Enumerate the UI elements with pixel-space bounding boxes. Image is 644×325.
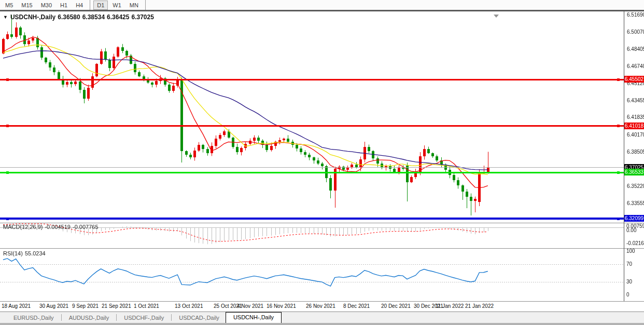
date-label: 9 Sep 2021 bbox=[72, 303, 99, 309]
rsi-value: 55.0234 bbox=[25, 250, 46, 256]
date-label: 13 Oct 2021 bbox=[175, 303, 203, 309]
chart-title: ▼USDCNH-,Daily6.365806.385346.364256.370… bbox=[3, 13, 156, 21]
toolbar-separator bbox=[90, 0, 90, 10]
date-label: 20 Dec 2021 bbox=[381, 303, 411, 309]
macd-axis-label: 0.00 bbox=[626, 227, 636, 233]
macd-name: MACD(12,26,9) bbox=[3, 224, 43, 230]
panel-separator bbox=[0, 301, 644, 302]
tab-bar: EURUSD-,DailyAUDUSD-,DailyUSDCHF-,DailyU… bbox=[0, 312, 644, 323]
tab-separator bbox=[61, 314, 62, 321]
timeframe-button-m5[interactable]: M5 bbox=[2, 1, 17, 10]
date-label: 21 Jan 2022 bbox=[465, 303, 494, 309]
title-symbol: USDCNH-,Daily bbox=[10, 13, 55, 21]
title-high: 6.38534 bbox=[82, 13, 105, 21]
macd-axis-label: -0.02164 bbox=[626, 240, 644, 246]
chart-shift-marker bbox=[494, 15, 499, 18]
title-open: 6.36580 bbox=[58, 13, 80, 21]
panel-separator bbox=[0, 248, 644, 249]
title-low: 6.36425 bbox=[107, 13, 129, 21]
timeframe-button-w1[interactable]: W1 bbox=[109, 1, 125, 10]
date-label: 8 Dec 2021 bbox=[343, 303, 370, 309]
date-label: 21 Sep 2021 bbox=[102, 303, 131, 309]
price-axis-label: 6.48405 bbox=[627, 46, 644, 52]
price-axis-label: 6.40170 bbox=[627, 132, 644, 138]
timeframe-button-m30[interactable]: M30 bbox=[37, 1, 55, 10]
date-label: 1 Oct 2021 bbox=[134, 303, 159, 309]
date-label: 30 Aug 2021 bbox=[39, 303, 68, 309]
rsi-indicator-label: RSI(14)55.0234 bbox=[3, 250, 48, 256]
tab-usdchf-daily[interactable]: USDCHF-,Daily bbox=[118, 313, 170, 323]
chart-canvas[interactable] bbox=[0, 11, 624, 301]
tab-usdcnh-daily[interactable]: USDCNH-,Daily bbox=[226, 312, 282, 323]
date-label: 11 Jan 2022 bbox=[436, 303, 464, 309]
rsi-name: RSI(14) bbox=[3, 250, 23, 256]
price-axis-label: 6.46740 bbox=[627, 63, 644, 69]
current-price-line bbox=[0, 167, 624, 168]
symbol-dropdown-icon[interactable]: ▼ bbox=[3, 15, 8, 20]
price-axis-border bbox=[624, 11, 624, 301]
price-axis-label: 6.51690 bbox=[627, 12, 644, 18]
support-line-blue[interactable] bbox=[0, 218, 624, 220]
badge-support-blue: 6.32099 bbox=[624, 215, 644, 222]
price-axis-label: 6.35220 bbox=[627, 183, 644, 189]
badge-resistance-1: 6.45502 bbox=[624, 76, 644, 83]
timeframe-button-m15[interactable]: M15 bbox=[18, 1, 36, 10]
badge-resistance-2: 6.41018 bbox=[624, 123, 644, 129]
badge-support-green: 6.36533 bbox=[624, 169, 644, 175]
date-axis[interactable]: 18 Aug 202130 Aug 20219 Sep 202121 Sep 2… bbox=[0, 302, 624, 310]
support-line-green[interactable] bbox=[0, 172, 624, 173]
macd-signal-value: -0.007765 bbox=[73, 224, 99, 230]
timeframe-button-h1[interactable]: H1 bbox=[57, 1, 71, 10]
panel-separator bbox=[0, 223, 644, 223]
chart-window: ▼USDCNH-,Daily6.365806.385346.364256.370… bbox=[0, 11, 644, 312]
resistance-line-2[interactable] bbox=[0, 125, 624, 127]
date-label: 4 Nov 2021 bbox=[237, 303, 263, 309]
timeframe-button-h4[interactable]: H4 bbox=[72, 1, 87, 10]
rsi-axis-label: 30 bbox=[626, 279, 632, 285]
date-label: 26 Nov 2021 bbox=[306, 303, 335, 309]
timeframe-button-d1[interactable]: D1 bbox=[93, 1, 108, 10]
tab-audusd-daily[interactable]: AUDUSD-,Daily bbox=[63, 313, 116, 323]
price-axis-label: 6.41835 bbox=[627, 114, 644, 120]
toolbar-separator bbox=[145, 0, 146, 10]
rsi-axis-label: 70 bbox=[626, 261, 632, 267]
price-axis-label: 6.50070 bbox=[627, 29, 644, 35]
macd-indicator-label: MACD(12,26,9)-0.004519-0.007765 bbox=[3, 224, 101, 230]
price-axis-label: 6.43455 bbox=[627, 98, 644, 103]
rsi-axis-label: 100 bbox=[626, 248, 635, 254]
timeframe-toolbar: M5M15M30H1H4D1W1MN bbox=[0, 0, 644, 10]
tab-eurusd-daily[interactable]: EURUSD-,Daily bbox=[7, 313, 60, 323]
resistance-line-1[interactable] bbox=[0, 79, 624, 80]
bottom-strip bbox=[0, 323, 644, 325]
price-axis-label: 6.38505 bbox=[627, 149, 644, 155]
macd-main-value: -0.004519 bbox=[45, 224, 71, 230]
timeframe-button-mn[interactable]: MN bbox=[126, 1, 142, 10]
price-axis-label: 6.33555 bbox=[627, 200, 644, 206]
rsi-axis-label: 0 bbox=[626, 292, 629, 297]
tab-separator bbox=[116, 314, 117, 321]
tab-usdcad-daily[interactable]: USDCAD-,Daily bbox=[173, 313, 226, 323]
title-close: 6.37025 bbox=[131, 13, 153, 21]
date-label: 18 Aug 2021 bbox=[2, 303, 31, 309]
tab-separator bbox=[171, 314, 172, 321]
date-label: 16 Nov 2021 bbox=[267, 303, 296, 309]
